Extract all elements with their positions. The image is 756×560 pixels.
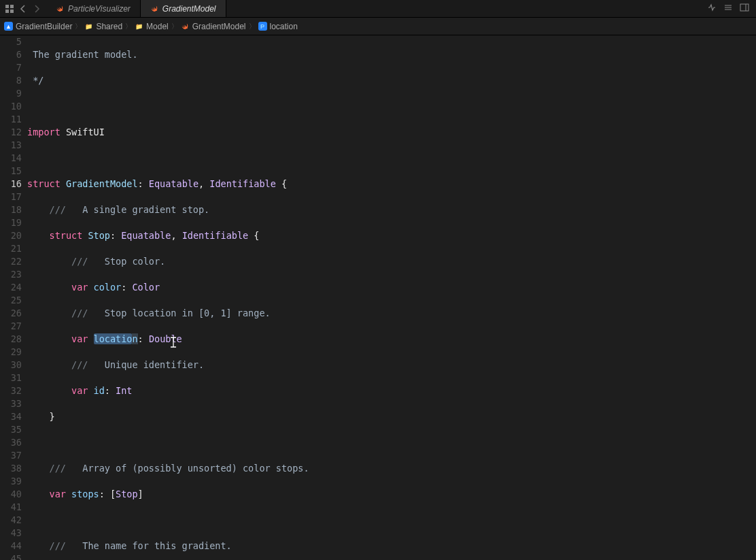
crumb-file[interactable]: GradientModel	[181, 22, 246, 31]
tab-label: GradientModel	[162, 4, 216, 14]
chevron-right-icon: 〉	[171, 22, 178, 31]
protocol: Identifiable	[209, 178, 276, 189]
back-button[interactable]	[16, 2, 30, 16]
crumb-label: GradientBuilder	[16, 22, 72, 31]
chevron-right-icon: 〉	[75, 22, 82, 31]
doc-comment: Stop color.	[88, 256, 165, 267]
type-ref: Double	[149, 333, 182, 344]
doc-comment: Array of (possibly unsorted) color stops…	[66, 463, 309, 474]
keyword-var: var	[71, 282, 88, 293]
doc-comment: The gradient model.	[33, 49, 137, 60]
doc-slash: ///	[71, 256, 88, 267]
type-ref: Int	[116, 385, 132, 396]
property-icon: P	[258, 22, 267, 31]
chevron-right-icon: 〉	[249, 22, 256, 31]
crumb-shared[interactable]: 📁 Shared	[84, 22, 122, 31]
keyword-struct: struct	[50, 230, 83, 241]
svg-rect-3	[10, 10, 14, 13]
crumb-symbol[interactable]: P location	[258, 22, 298, 31]
comment-end: */	[33, 75, 44, 86]
property-name: color	[94, 282, 122, 293]
crumb-label: GradientModel	[192, 22, 246, 31]
swift-icon	[181, 22, 190, 31]
type-name: GradientModel	[66, 178, 138, 189]
doc-comment: A single gradient stop.	[66, 204, 209, 215]
selection: locatio	[94, 333, 133, 344]
nav-group	[0, 0, 46, 17]
crumb-label: location	[270, 22, 298, 31]
review-icon[interactable]	[707, 3, 717, 14]
protocol: Equatable	[149, 178, 199, 189]
doc-slash: ///	[50, 204, 66, 215]
keyword-var: var	[50, 489, 66, 499]
keyword-var: var	[71, 333, 88, 344]
property-name: stops	[71, 489, 99, 499]
files-grid-icon[interactable]	[3, 2, 16, 16]
property-name: id	[94, 385, 105, 396]
app-icon: ▲	[4, 22, 13, 31]
doc-slash: ///	[50, 540, 66, 551]
breadcrumb: ▲ GradientBuilder 〉 📁 Shared 〉 📁 Model 〉…	[0, 18, 756, 35]
type-ref: Color	[132, 282, 160, 293]
tab-gradientmodel[interactable]: GradientModel	[141, 0, 226, 17]
crumb-label: Model	[146, 22, 169, 31]
svg-rect-7	[740, 4, 749, 11]
swift-icon	[150, 5, 158, 13]
keyword-var: var	[71, 385, 88, 396]
doc-comment: Unique identifier.	[88, 359, 204, 370]
protocol: Equatable	[121, 230, 171, 241]
doc-slash: ///	[71, 308, 88, 318]
doc-comment: The name for this gradient.	[66, 540, 232, 551]
forward-button[interactable]	[30, 2, 44, 16]
code-editor[interactable]: 5678910111213141516171819202122232425262…	[0, 35, 756, 560]
keyword-struct: struct	[27, 178, 61, 189]
tab-bar-actions	[707, 0, 756, 17]
protocol: Identifiable	[182, 230, 249, 241]
adjust-icon[interactable]	[723, 3, 733, 14]
type-ref: Stop	[116, 489, 138, 499]
svg-rect-2	[5, 10, 9, 13]
doc-slash: ///	[71, 359, 88, 370]
code-content[interactable]: The gradient model. */ import SwiftUI st…	[27, 35, 756, 560]
folder-icon: 📁	[135, 22, 143, 31]
selection-tail: n	[132, 333, 137, 344]
doc-slash: ///	[50, 463, 66, 474]
doc-comment: Stop location in [0, 1] range.	[88, 308, 270, 318]
crumb-model[interactable]: 📁 Model	[135, 22, 169, 31]
crumb-project[interactable]: ▲ GradientBuilder	[4, 22, 72, 31]
split-icon[interactable]	[740, 3, 749, 14]
keyword-import: import	[27, 127, 61, 137]
line-gutter: 5678910111213141516171819202122232425262…	[0, 35, 27, 560]
tab-bar: ParticleVisualizer GradientModel	[0, 0, 756, 18]
chevron-right-icon: 〉	[125, 22, 132, 31]
svg-rect-1	[10, 5, 14, 8]
type-name: Stop	[88, 230, 110, 241]
svg-rect-0	[5, 5, 9, 8]
module-name: SwiftUI	[61, 127, 105, 137]
tab-particlevisualizer[interactable]: ParticleVisualizer	[46, 0, 141, 17]
crumb-label: Shared	[96, 22, 122, 31]
folder-icon: 📁	[84, 22, 93, 31]
swift-icon	[56, 5, 64, 13]
tab-label: ParticleVisualizer	[68, 4, 131, 14]
